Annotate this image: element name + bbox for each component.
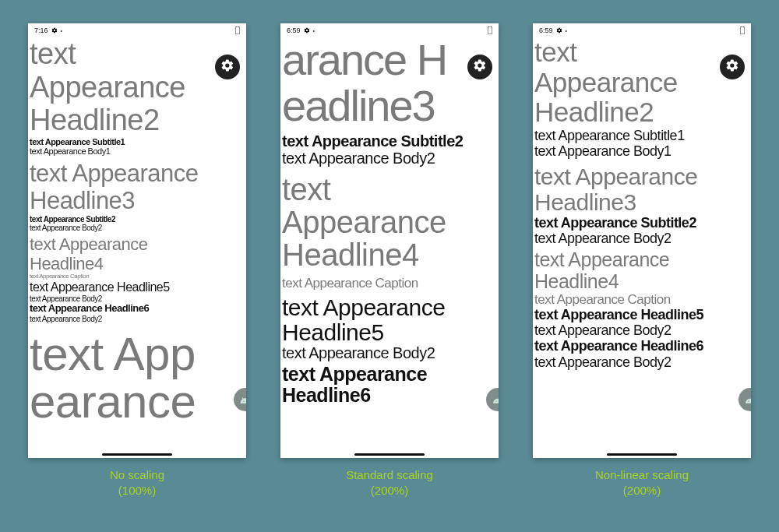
headline3-text: Headline3 — [30, 188, 246, 215]
svg-point-0 — [243, 400, 244, 401]
status-time: 7:16 — [34, 26, 48, 34]
body2-text: text Appearance Body2 — [534, 322, 751, 338]
nav-handle[interactable] — [354, 453, 425, 456]
status-dots: • — [566, 28, 568, 33]
content-area[interactable]: arance H eadline3 text Appearance Subtit… — [280, 37, 499, 458]
headline3-text: text Appearance — [534, 164, 751, 189]
body2-text: text Appearance Body2 — [282, 150, 499, 167]
headline1-text: text App — [30, 328, 246, 380]
subtitle1-text: text Appearance Subtitle1 — [534, 128, 751, 143]
headline2-text: Appearance — [534, 68, 751, 98]
android-icon — [744, 393, 751, 407]
gear-icon — [725, 58, 739, 76]
status-bar: 6:59 • — [533, 23, 751, 37]
status-dots: • — [313, 28, 315, 33]
body2-text: text Appearance Body2 — [534, 354, 751, 370]
headline5-text: text Appearance Headline5 — [534, 307, 751, 322]
phone-screen-200-standard: 6:59 • arance H eadline3 text Appearance… — [280, 23, 499, 458]
android-icon — [492, 393, 499, 407]
headline5-text: text Appearance — [282, 295, 499, 320]
headline6-text: text Appearance — [282, 364, 499, 386]
gear-icon — [220, 58, 234, 76]
body1-text: text Appearance Body1 — [30, 146, 246, 156]
subtitle1-text: text Appearance Subtitle1 — [30, 137, 246, 146]
headline5-text: text Appearance Headline5 — [30, 280, 246, 294]
gear-icon — [51, 27, 58, 33]
headline4-text: Headline4 — [282, 238, 499, 271]
caption-label: No scaling(100%) — [110, 467, 164, 499]
headline5-text: Headline5 — [282, 320, 499, 345]
body2-text: text Appearance Body2 — [282, 344, 499, 361]
subtitle2-text: text Appearance Subtitle2 — [534, 215, 751, 231]
headline3-text: eadline3 — [282, 83, 499, 129]
headline1-text: earance — [30, 375, 246, 428]
body1-text: text Appearance Body1 — [534, 143, 751, 159]
headline3-text: Headline3 — [534, 189, 751, 215]
status-bar: 6:59 • — [280, 23, 499, 37]
nav-handle[interactable] — [102, 453, 172, 456]
headline3-text: arance H — [282, 37, 499, 83]
status-time: 6:59 — [287, 26, 301, 34]
gear-icon — [473, 58, 487, 76]
headline2-text: Headline2 — [30, 104, 246, 137]
gear-icon — [556, 27, 562, 33]
headline3-text: text Appearance — [30, 160, 246, 188]
body2-text: text Appearance Body2 — [30, 224, 246, 232]
caption-text: text Appearance Caption — [30, 273, 246, 280]
headline2-text: text — [30, 37, 246, 71]
battery-icon — [488, 26, 492, 34]
subtitle2-text: text Appearance Subtitle2 — [30, 215, 246, 224]
body2-text: text Appearance Body2 — [534, 231, 751, 246]
caption-text: text Appearance Caption — [282, 276, 499, 291]
svg-point-4 — [748, 400, 749, 401]
headline2-text: text — [534, 37, 751, 68]
settings-fab[interactable] — [215, 55, 240, 79]
phone-screen-200-nonlinear: 6:59 • text Appearance Headline2 text Ap… — [533, 23, 751, 458]
content-area[interactable]: text Appearance Headline2 text Appearanc… — [533, 37, 751, 458]
battery-icon — [235, 26, 240, 34]
column-no-scaling: 7:16 • text Appearance Headline2 text Ap… — [20, 23, 254, 499]
subtitle2-text: text Appearance Subtitle2 — [282, 132, 499, 150]
android-icon — [239, 393, 246, 407]
headline6-text: Headline6 — [282, 385, 499, 407]
body2-text: text Appearance Body2 — [30, 315, 246, 323]
status-bar: 7:16 • — [28, 23, 246, 37]
status-time: 6:59 — [539, 26, 553, 34]
headline4-text: Headline4 — [534, 271, 751, 293]
nav-handle[interactable] — [607, 453, 677, 456]
caption-text: text Appearance Caption — [534, 292, 751, 307]
column-nonlinear-scaling: 6:59 • text Appearance Headline2 text Ap… — [525, 23, 759, 499]
headline2-text: Appearance — [30, 71, 246, 104]
gear-icon — [304, 27, 310, 33]
settings-fab[interactable] — [467, 55, 492, 79]
column-standard-scaling: 6:59 • arance H eadline3 text Appearance… — [273, 23, 506, 499]
headline4-text: Appearance — [282, 206, 499, 238]
svg-point-2 — [495, 400, 496, 401]
settings-fab[interactable] — [720, 55, 745, 79]
battery-icon — [740, 26, 745, 34]
headline4-text: text — [282, 173, 499, 206]
caption-label: Non-linear scaling(200%) — [595, 467, 689, 499]
status-dots: • — [61, 28, 63, 33]
headline2-text: Headline2 — [534, 97, 751, 128]
headline4-text: Headline4 — [30, 255, 246, 274]
headline6-text: text Appearance Headline6 — [30, 303, 246, 315]
phone-screen-100: 7:16 • text Appearance Headline2 text Ap… — [28, 23, 246, 458]
caption-label: Standard scaling(200%) — [346, 467, 433, 499]
content-area[interactable]: text Appearance Headline2 text Appearanc… — [28, 37, 246, 458]
headline4-text: text Appearance — [30, 235, 246, 255]
headline4-text: text Appearance — [534, 249, 751, 271]
headline6-text: text Appearance Headline6 — [534, 338, 751, 354]
